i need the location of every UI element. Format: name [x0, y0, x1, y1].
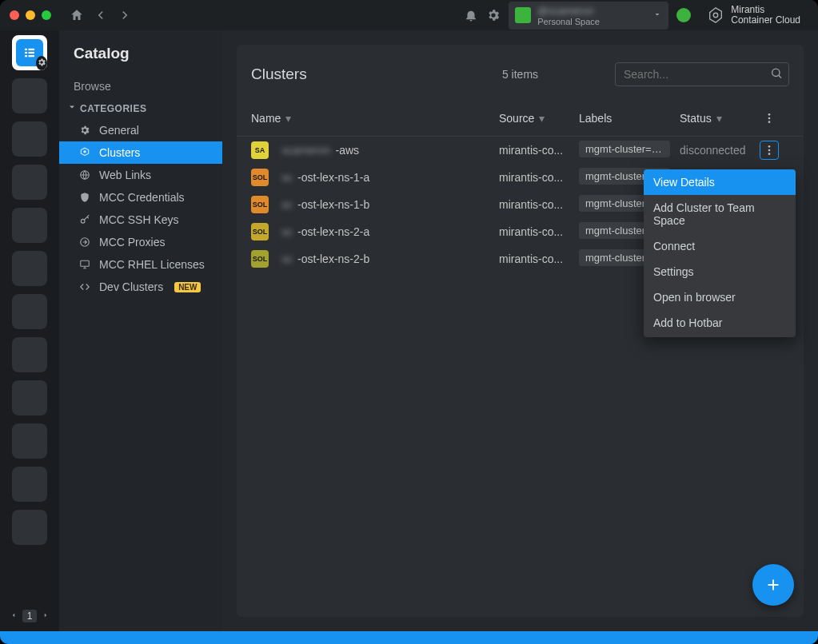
notifications-icon[interactable]	[464, 8, 478, 22]
window-close[interactable]	[10, 10, 19, 20]
col-labels[interactable]: Labels	[579, 112, 680, 125]
hotbar-slot-8[interactable]	[12, 380, 47, 415]
svg-point-0	[714, 13, 719, 18]
ctx-item-add-to-hotbar[interactable]: Add to Hotbar	[644, 310, 796, 336]
cluster-badge: SOL	[251, 169, 269, 186]
cluster-name-suffix: -aws	[335, 144, 359, 157]
hotbar-slot-3[interactable]	[12, 165, 47, 200]
sidebar-item-mcc-rhel-licenses[interactable]: MCC RHEL Licenses	[59, 253, 222, 276]
ctx-item-connect[interactable]: Connect	[644, 233, 796, 259]
status-bar	[0, 631, 818, 644]
panel-count: 5 items	[502, 68, 538, 81]
table-menu-icon[interactable]	[760, 109, 779, 128]
hotbar-slot-5[interactable]	[12, 251, 47, 286]
row-menu-button[interactable]	[760, 141, 779, 160]
ctx-item-open-in-browser[interactable]: Open in browser	[644, 284, 796, 310]
cluster-badge: SOL	[251, 250, 269, 268]
proxy-icon	[78, 236, 91, 248]
col-source[interactable]: Source▾	[499, 112, 579, 125]
brand-hex-icon	[707, 6, 724, 24]
body: 1 Catalog Browse CATEGORIES GeneralClust…	[0, 30, 818, 631]
cluster-source: mirantis-co...	[499, 252, 579, 265]
window-controls	[10, 10, 51, 20]
sidebar-item-label: General	[99, 124, 139, 137]
home-icon[interactable]	[69, 7, 85, 23]
cluster-name-suffix: -ost-lex-ns-1-b	[297, 198, 369, 211]
col-name[interactable]: Name▾	[251, 112, 499, 125]
sidebar-item-dev-clusters[interactable]: Dev ClustersNEW	[59, 276, 222, 298]
hotbar-pager: 1	[10, 606, 50, 631]
hotbar-slot-2[interactable]	[12, 121, 47, 157]
hotbar-slot-7[interactable]	[12, 337, 47, 372]
hotbar-slot-1[interactable]	[12, 78, 47, 113]
cluster-name-prefix: sc	[281, 171, 293, 184]
cluster-badge: SA	[251, 141, 269, 159]
svg-point-7	[84, 151, 86, 153]
sidebar-item-label: Dev Clusters	[99, 280, 163, 293]
pager-next-icon[interactable]	[42, 610, 50, 622]
sidebar-section-label: CATEGORIES	[80, 103, 146, 114]
cluster-name-prefix: sc	[281, 225, 293, 238]
cluster-name-suffix: -ost-lex-ns-1-a	[297, 171, 369, 184]
sidebar-browse[interactable]: Browse	[59, 75, 222, 97]
sidebar-item-web-links[interactable]: Web Links	[59, 164, 222, 186]
panel-header: Clusters 5 items	[237, 45, 804, 101]
hotbar-item-catalog[interactable]	[12, 35, 47, 70]
window-minimize[interactable]	[26, 10, 35, 20]
sidebar-item-clusters[interactable]: Clusters	[59, 141, 222, 164]
sidebar-section-categories[interactable]: CATEGORIES	[59, 97, 222, 119]
add-fab[interactable]	[752, 564, 794, 606]
svg-point-16	[768, 145, 771, 148]
sort-caret-icon: ▾	[285, 112, 291, 125]
settings-icon[interactable]	[486, 8, 501, 22]
cluster-name-suffix: -ost-lex-ns-2-b	[297, 252, 369, 265]
back-icon[interactable]	[93, 7, 109, 23]
row-context-menu: View DetailsAdd Cluster to Team SpaceCon…	[644, 169, 796, 337]
pager-current: 1	[22, 610, 38, 622]
hotbar-slot-6[interactable]	[12, 294, 47, 329]
svg-point-12	[772, 69, 780, 76]
svg-point-14	[768, 117, 771, 120]
display-icon	[78, 258, 91, 271]
col-menu	[752, 109, 779, 128]
ctx-item-add-cluster-to-team-space[interactable]: Add Cluster to Team Space	[644, 195, 796, 233]
globe-icon	[78, 169, 91, 181]
nav-icons	[69, 7, 133, 23]
sidebar-item-label: MCC RHEL Licenses	[99, 258, 205, 271]
table-row[interactable]: SAscameron-awsmirantis-co...mgmt-cluster…	[237, 137, 804, 164]
shield-icon	[78, 191, 91, 204]
hotbar-slot-11[interactable]	[12, 510, 47, 545]
sidebar-item-mcc-ssh-keys[interactable]: MCC SSH Keys	[59, 209, 222, 231]
user-space-selector[interactable]: @scameron Personal Space	[509, 2, 668, 30]
hotbar-slot-4[interactable]	[12, 208, 47, 243]
clusters-panel: Clusters 5 items Name▾ Source▾ Labels St…	[237, 45, 804, 617]
cluster-source: mirantis-co...	[499, 144, 579, 157]
cluster-badge: SOL	[251, 223, 269, 241]
sidebar-item-label: Clusters	[99, 146, 140, 159]
hotbar-slot-10[interactable]	[12, 467, 47, 502]
col-status[interactable]: Status▾	[680, 112, 752, 125]
ctx-item-settings[interactable]: Settings	[644, 259, 796, 284]
search-input[interactable]	[615, 62, 789, 86]
sidebar-item-label: MCC SSH Keys	[99, 213, 179, 226]
pager-prev-icon[interactable]	[10, 610, 18, 622]
panel-title: Clusters	[251, 66, 307, 83]
titlebar-right: @scameron Personal Space Mirantis Contai…	[464, 2, 808, 30]
connection-status-indicator[interactable]	[676, 8, 691, 22]
forward-icon[interactable]	[117, 7, 133, 23]
key-icon	[78, 213, 91, 226]
sidebar-item-label: MCC Credentials	[99, 191, 185, 204]
hotbar-slot-9[interactable]	[12, 423, 47, 459]
cluster-source: mirantis-co...	[499, 198, 579, 211]
sidebar-item-mcc-proxies[interactable]: MCC Proxies	[59, 231, 222, 253]
svg-rect-1	[25, 49, 27, 50]
chevron-down-icon	[652, 9, 662, 22]
cluster-name-prefix: sc	[281, 252, 293, 265]
window-maximize[interactable]	[42, 10, 51, 20]
user-handle: @scameron	[537, 5, 600, 17]
cluster-name-prefix: sc	[281, 198, 293, 211]
ctx-item-view-details[interactable]: View Details	[644, 169, 796, 195]
main: Clusters 5 items Name▾ Source▾ Labels St…	[222, 30, 818, 631]
sidebar-item-mcc-credentials[interactable]: MCC Credentials	[59, 186, 222, 209]
sidebar-item-general[interactable]: General	[59, 119, 222, 141]
